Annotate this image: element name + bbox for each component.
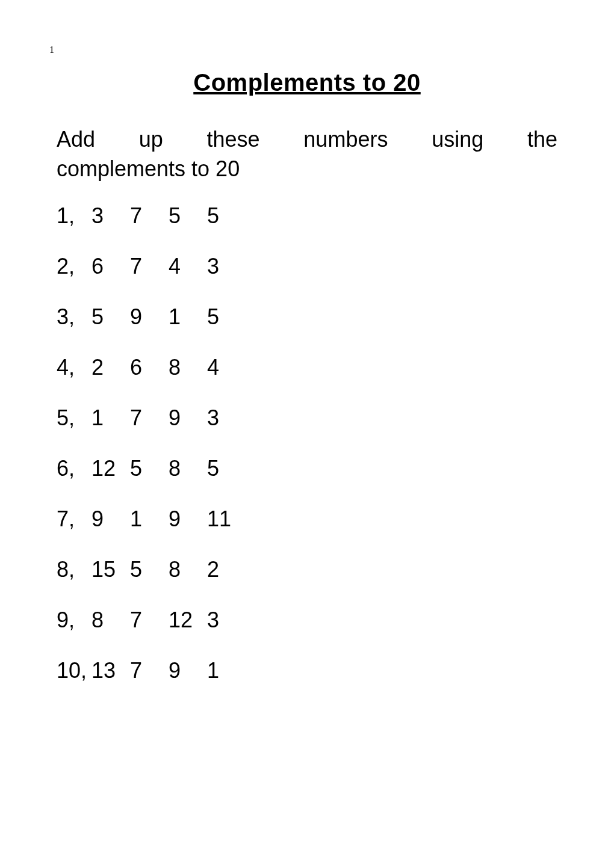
instr-word: these bbox=[207, 125, 260, 155]
problem-index: 4, bbox=[57, 357, 91, 378]
problem-number: 2 bbox=[91, 357, 130, 378]
problem-number: 5 bbox=[130, 559, 169, 580]
problem-number: 5 bbox=[130, 458, 169, 479]
problem-index: 9, bbox=[57, 609, 91, 631]
problem-number: 3 bbox=[207, 256, 246, 277]
problem-number: 12 bbox=[91, 458, 130, 479]
problem-number: 5 bbox=[207, 306, 246, 328]
problem-row: 2, 6 7 4 3 bbox=[57, 256, 560, 277]
problem-number: 12 bbox=[169, 609, 207, 631]
instructions-line-1: Add up these numbers using the bbox=[57, 125, 557, 155]
instr-word: the bbox=[527, 125, 557, 155]
instr-word: up bbox=[139, 125, 163, 155]
problem-number: 1 bbox=[169, 306, 207, 328]
problem-number: 11 bbox=[207, 508, 246, 530]
problem-number: 8 bbox=[169, 357, 207, 378]
problem-number: 13 bbox=[91, 660, 130, 682]
problem-row: 8, 15 5 8 2 bbox=[57, 559, 560, 580]
page-title: Complements to 20 bbox=[54, 69, 560, 96]
problem-index: 3, bbox=[57, 306, 91, 328]
problem-row: 4, 2 6 8 4 bbox=[57, 357, 560, 378]
worksheet-page: 1 Complements to 20 Add up these numbers… bbox=[0, 0, 614, 868]
problem-row: 6, 12 5 8 5 bbox=[57, 458, 560, 479]
problem-number: 6 bbox=[130, 357, 169, 378]
problem-number: 9 bbox=[169, 407, 207, 429]
problem-index: 5, bbox=[57, 407, 91, 429]
problem-number: 3 bbox=[91, 205, 130, 227]
problem-list: 1, 3 7 5 5 2, 6 7 4 3 3, 5 9 1 5 4, 2 6 … bbox=[54, 205, 560, 682]
problem-row: 9, 8 7 12 3 bbox=[57, 609, 560, 631]
problem-number: 7 bbox=[130, 660, 169, 682]
problem-number: 7 bbox=[130, 609, 169, 631]
instructions-text: Add up these numbers using the complemen… bbox=[54, 125, 560, 183]
problem-index: 6, bbox=[57, 458, 91, 479]
problem-number: 7 bbox=[130, 256, 169, 277]
instr-word: using bbox=[432, 125, 483, 155]
problem-row: 3, 5 9 1 5 bbox=[57, 306, 560, 328]
instr-word: Add bbox=[57, 125, 95, 155]
problem-index: 2, bbox=[57, 256, 91, 277]
problem-number: 4 bbox=[207, 357, 246, 378]
problem-number: 8 bbox=[169, 458, 207, 479]
problem-row: 5, 1 7 9 3 bbox=[57, 407, 560, 429]
problem-index: 7, bbox=[57, 508, 91, 530]
problem-number: 1 bbox=[91, 407, 130, 429]
problem-number: 1 bbox=[130, 508, 169, 530]
problem-number: 7 bbox=[130, 205, 169, 227]
problem-number: 15 bbox=[91, 559, 130, 580]
problem-number: 3 bbox=[207, 609, 246, 631]
problem-number: 2 bbox=[207, 559, 246, 580]
problem-index: 8, bbox=[57, 559, 91, 580]
problem-number: 5 bbox=[91, 306, 130, 328]
problem-number: 5 bbox=[169, 205, 207, 227]
problem-index: 1, bbox=[57, 205, 91, 227]
problem-number: 1 bbox=[207, 660, 246, 682]
problem-row: 7, 9 1 9 11 bbox=[57, 508, 560, 530]
problem-number: 5 bbox=[207, 205, 246, 227]
problem-index: 10, bbox=[57, 660, 91, 682]
problem-number: 9 bbox=[169, 660, 207, 682]
problem-number: 8 bbox=[91, 609, 130, 631]
instructions-line-2: complements to 20 bbox=[57, 155, 557, 184]
problem-number: 9 bbox=[130, 306, 169, 328]
problem-number: 4 bbox=[169, 256, 207, 277]
instr-word: numbers bbox=[303, 125, 388, 155]
problem-number: 9 bbox=[91, 508, 130, 530]
problem-row: 1, 3 7 5 5 bbox=[57, 205, 560, 227]
problem-number: 7 bbox=[130, 407, 169, 429]
problem-number: 9 bbox=[169, 508, 207, 530]
problem-number: 8 bbox=[169, 559, 207, 580]
problem-number: 3 bbox=[207, 407, 246, 429]
problem-number: 6 bbox=[91, 256, 130, 277]
problem-number: 5 bbox=[207, 458, 246, 479]
problem-row: 10, 13 7 9 1 bbox=[57, 660, 560, 682]
page-number: 1 bbox=[49, 45, 54, 55]
